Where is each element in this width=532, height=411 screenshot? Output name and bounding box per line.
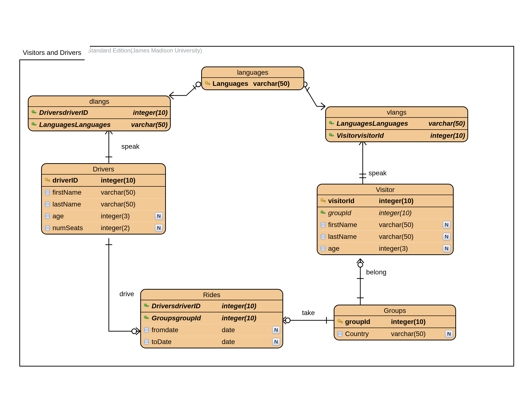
col-row: LanguagesLanguages varchar(50) bbox=[326, 118, 467, 130]
col-row: visitorId integer(10) bbox=[317, 195, 453, 207]
entity-vlangs[interactable]: vlangs LanguagesLanguages varchar(50) Vi… bbox=[325, 106, 468, 142]
fk-icon bbox=[143, 303, 150, 309]
rel-label-drive: drive bbox=[118, 290, 135, 298]
pk-icon bbox=[337, 319, 343, 325]
entity-title: Groups bbox=[334, 305, 455, 316]
svg-rect-54 bbox=[321, 246, 325, 251]
svg-rect-45 bbox=[325, 200, 325, 202]
col-name: age bbox=[328, 245, 377, 252]
svg-rect-64 bbox=[144, 339, 149, 344]
col-type: varchar(50) bbox=[391, 330, 435, 338]
col-type: integer(10) bbox=[222, 314, 256, 322]
nullable-badge: N bbox=[272, 326, 280, 334]
entity-dlangs[interactable]: dlangs DriversdriverID integer(10) Langu… bbox=[28, 95, 171, 131]
col-type: date bbox=[222, 338, 263, 346]
pk-icon bbox=[320, 198, 326, 204]
entity-title: Visitor bbox=[317, 185, 453, 195]
col-row: toDate date N bbox=[141, 336, 283, 348]
nullable-badge: N bbox=[272, 338, 280, 346]
entity-rides[interactable]: Rides DriversdriverID integer(10) Groups… bbox=[140, 289, 283, 348]
col-type: integer(10) bbox=[222, 302, 256, 310]
svg-rect-19 bbox=[209, 83, 210, 85]
col-row: driverID integer(10) bbox=[42, 175, 165, 187]
entity-languages[interactable]: languages Languages varchar(50) bbox=[201, 66, 304, 90]
col-row: lastName varchar(50) bbox=[42, 198, 165, 210]
col-type: varchar(50) bbox=[101, 200, 135, 208]
col-row: Languages varchar(50) bbox=[202, 78, 304, 89]
fk-icon bbox=[328, 120, 335, 127]
svg-rect-51 bbox=[321, 234, 325, 239]
col-name: Languages bbox=[213, 80, 251, 87]
fk-icon bbox=[31, 121, 37, 128]
col-row: groupId integer(10) bbox=[317, 207, 453, 219]
col-name: lastName bbox=[52, 200, 99, 208]
col-type: varchar(50) bbox=[131, 121, 168, 129]
entity-groups[interactable]: Groups groupId integer(10) Country varch… bbox=[334, 305, 456, 340]
entity-title: vlangs bbox=[326, 107, 467, 118]
svg-rect-40 bbox=[45, 225, 49, 230]
col-name: firstName bbox=[328, 221, 377, 229]
frame-title-text: Visitors and Drivers bbox=[23, 49, 81, 56]
diagram-frame-title: Visitors and Drivers bbox=[19, 46, 91, 60]
col-type: integer(10) bbox=[101, 177, 135, 184]
pk-icon bbox=[44, 177, 50, 184]
rel-label-take: take bbox=[301, 309, 316, 317]
col-row: DriversdriverID integer(10) bbox=[141, 300, 283, 312]
col-row: age integer(3) N bbox=[42, 210, 165, 222]
col-row: GroupsgroupId integer(10) bbox=[141, 312, 283, 324]
col-name: visitorId bbox=[328, 197, 377, 205]
col-name: LanguagesLanguages bbox=[39, 121, 114, 129]
diagram-canvas: Visual Paradigm for UML Standard Edition… bbox=[0, 0, 532, 411]
col-type: integer(10) bbox=[391, 318, 426, 326]
entity-title: Rides bbox=[141, 290, 283, 300]
nullable-badge: N bbox=[155, 224, 163, 232]
svg-rect-58 bbox=[146, 306, 149, 307]
entity-title: dlangs bbox=[28, 96, 170, 107]
col-type: date bbox=[222, 326, 263, 334]
entity-visitor[interactable]: Visitor visitorId integer(10) groupId in… bbox=[317, 184, 454, 255]
rel-label-speak-visitor: speak bbox=[368, 169, 388, 177]
entity-drivers[interactable]: Drivers driverID integer(10) firstName v… bbox=[41, 163, 166, 234]
col-row: firstName varchar(50) bbox=[42, 187, 165, 198]
col-type: integer(10) bbox=[133, 109, 168, 117]
col-type: varchar(50) bbox=[379, 233, 422, 241]
col-name: DriversdriverID bbox=[152, 302, 220, 310]
col-type: varchar(50) bbox=[379, 221, 422, 229]
nullable-badge: N bbox=[443, 221, 450, 229]
pk-icon bbox=[204, 81, 211, 87]
col-name: toDate bbox=[152, 338, 220, 346]
col-name: firstName bbox=[52, 188, 99, 196]
nullable-badge: N bbox=[443, 233, 450, 241]
fk-icon bbox=[143, 315, 150, 321]
svg-rect-25 bbox=[331, 123, 334, 124]
col-type: integer(10) bbox=[379, 197, 414, 205]
column-icon bbox=[44, 189, 50, 196]
column-icon bbox=[44, 201, 50, 207]
col-type: varchar(50) bbox=[428, 120, 465, 127]
col-row: VisitorvisitorId integer(10) bbox=[326, 130, 467, 141]
column-icon bbox=[320, 245, 326, 252]
col-name: fromdate bbox=[152, 326, 220, 334]
col-row: DriversdriverID integer(10) bbox=[28, 107, 170, 119]
col-row: lastName varchar(50) N bbox=[317, 231, 453, 243]
svg-rect-60 bbox=[146, 318, 149, 319]
col-type: integer(2) bbox=[101, 224, 130, 232]
col-row: firstName varchar(50) N bbox=[317, 219, 453, 231]
svg-rect-34 bbox=[45, 202, 49, 207]
rel-label-belong: belong bbox=[365, 268, 387, 276]
col-type: varchar(50) bbox=[101, 188, 135, 196]
nullable-badge: N bbox=[155, 212, 163, 220]
col-type: integer(10) bbox=[379, 209, 412, 217]
fk-icon bbox=[328, 132, 335, 139]
svg-rect-27 bbox=[331, 135, 334, 136]
svg-rect-69 bbox=[342, 321, 342, 323]
svg-rect-23 bbox=[34, 124, 36, 125]
svg-rect-48 bbox=[321, 223, 325, 227]
column-icon bbox=[44, 225, 50, 231]
col-row: numSeats integer(2) N bbox=[42, 222, 165, 234]
col-name: VisitorvisitorId bbox=[337, 132, 387, 140]
svg-rect-61 bbox=[144, 327, 149, 332]
col-name: LanguagesLanguages bbox=[337, 120, 411, 127]
rel-label-speak-drivers: speak bbox=[120, 143, 141, 150]
col-name: GroupsgroupId bbox=[152, 314, 220, 322]
